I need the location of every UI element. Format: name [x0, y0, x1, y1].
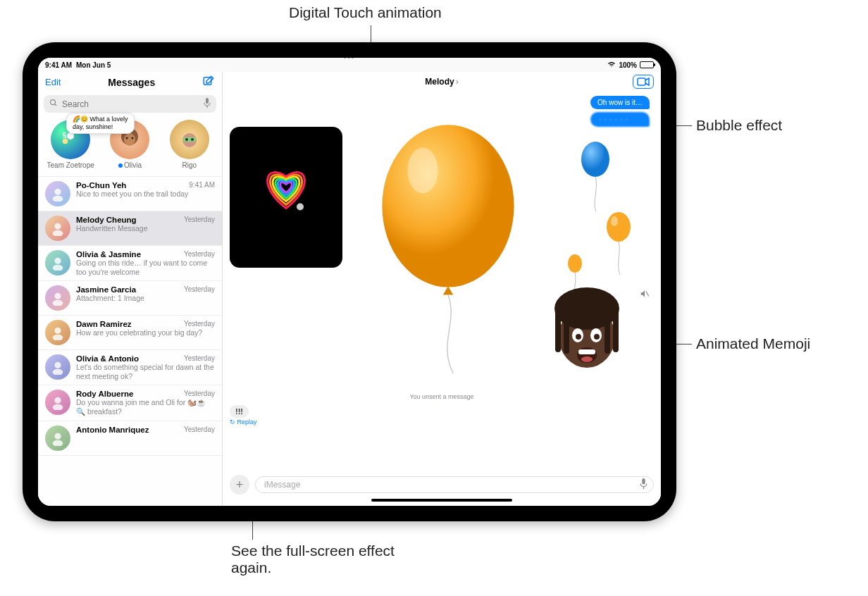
conversation-time: Yesterday: [184, 354, 215, 363]
conversation-item[interactable]: Dawn Ramirez Yesterday How are you celeb…: [38, 316, 222, 350]
avatar: [45, 181, 70, 206]
svg-rect-3: [206, 98, 209, 104]
search-field[interactable]: [44, 95, 216, 113]
conversation-name: Antonio Manriquez: [76, 426, 149, 434]
conversation-item[interactable]: Po-Chun Yeh 9:41 AM Nice to meet you on …: [38, 177, 222, 211]
callout-bubble-effect: Bubble effect: [696, 117, 782, 134]
home-indicator[interactable]: [371, 499, 512, 502]
svg-rect-45: [572, 299, 578, 320]
svg-point-49: [576, 334, 581, 340]
heart-animation: [240, 145, 332, 239]
search-input[interactable]: [62, 99, 199, 109]
conversation-preview: Going on this ride… if you want to come …: [76, 259, 215, 276]
svg-point-28: [53, 404, 63, 410]
conversation-item[interactable]: Jasmine Garcia Yesterday Attachment: 1 I…: [38, 281, 222, 316]
conversation-time: Yesterday: [184, 426, 215, 434]
conversation-time: Yesterday: [184, 285, 215, 294]
svg-point-19: [54, 258, 61, 264]
message-input[interactable]: iMessage: [255, 476, 654, 493]
svg-point-26: [53, 369, 63, 375]
sent-message-group: Oh wow is it… · · · · · ·: [590, 96, 650, 127]
svg-rect-31: [638, 78, 645, 85]
digital-touch-message[interactable]: [230, 127, 342, 268]
tapback-group: !!! ↻ Replay: [230, 405, 257, 426]
svg-point-16: [53, 196, 63, 201]
callout-animated-memoji: Animated Memoji: [696, 335, 810, 352]
sent-bubble[interactable]: Oh wow is it…: [590, 96, 650, 109]
conversation-header[interactable]: Melody ›: [223, 72, 661, 92]
avatar: [45, 390, 70, 415]
conversation-item[interactable]: Olivia & Antonio Yesterday Let's do some…: [38, 350, 222, 385]
svg-rect-12: [183, 137, 196, 142]
svg-point-53: [581, 356, 593, 362]
conversation-item[interactable]: Olivia & Jasmine Yesterday Going on this…: [38, 246, 222, 281]
conversation-name: Jasmine Garcia: [76, 285, 136, 294]
pinned-contact-rigo[interactable]: Rigo: [163, 120, 216, 169]
svg-point-36: [607, 212, 631, 242]
svg-point-10: [132, 137, 134, 139]
svg-rect-44: [613, 303, 619, 352]
unsent-label: You unsent a message: [409, 393, 473, 400]
svg-line-54: [646, 292, 649, 297]
battery-pct: 100%: [619, 61, 637, 69]
svg-point-17: [54, 223, 61, 230]
svg-point-50: [594, 334, 600, 340]
conversation-preview: Do you wanna join me and Oli for 🐿️☕🔍 br…: [76, 398, 215, 416]
avatar: [45, 426, 70, 451]
multitask-dots[interactable]: •••: [344, 58, 356, 61]
status-date: Mon Jun 5: [76, 61, 111, 69]
mute-icon[interactable]: [640, 289, 650, 301]
conversation-name: Rody Albuerne: [76, 390, 133, 398]
balloon-effect-large: [342, 120, 554, 373]
conversation-time: 9:41 AM: [189, 181, 215, 190]
dictate-icon[interactable]: [204, 98, 211, 110]
conversation-list[interactable]: Po-Chun Yeh 9:41 AM Nice to meet you on …: [38, 177, 222, 506]
status-time: 9:41 AM: [45, 61, 72, 69]
edit-button[interactable]: Edit: [45, 77, 61, 87]
svg-point-21: [54, 293, 61, 299]
svg-point-9: [126, 137, 128, 139]
svg-point-5: [63, 139, 68, 144]
conversation-time: Yesterday: [184, 320, 215, 328]
conversation-item[interactable]: Antonio Manriquez Yesterday: [38, 421, 222, 456]
screen: ••• 9:41 AM Mon Jun 5 100% Edit Messages: [38, 58, 661, 506]
sent-bubble-invisible-ink[interactable]: · · · · · ·: [590, 112, 650, 127]
ipad-frame: ••• 9:41 AM Mon Jun 5 100% Edit Messages: [23, 42, 676, 521]
pinned-preview-bubble: 🌈😊 What a lovely day, sunshine!: [66, 113, 135, 134]
svg-point-23: [54, 328, 61, 334]
svg-point-35: [581, 142, 609, 177]
svg-rect-42: [564, 302, 569, 354]
memoji-sticker[interactable]: [541, 282, 633, 373]
svg-point-27: [54, 397, 61, 404]
conversation-name: Olivia & Jasmine: [76, 250, 141, 259]
conversation-preview: Handwritten Message: [76, 224, 215, 233]
svg-point-24: [53, 335, 63, 340]
svg-point-30: [53, 440, 63, 445]
svg-point-1: [51, 100, 56, 105]
facetime-icon[interactable]: [633, 75, 654, 89]
apps-plus-button[interactable]: +: [230, 475, 249, 495]
conversation-preview: Nice to meet you on the trail today: [76, 190, 215, 199]
svg-point-15: [54, 189, 61, 195]
conversation-time: Yesterday: [184, 216, 215, 224]
conversation-time: Yesterday: [184, 250, 215, 259]
tapback-emphasis[interactable]: !!!: [230, 405, 249, 418]
avatar: [45, 285, 70, 311]
compose-icon[interactable]: [202, 75, 215, 89]
callout-digital-touch: Digital Touch animation: [289, 4, 442, 21]
conversation-pane: Melody › Oh wow is it… · · · · · ·: [223, 72, 661, 506]
dictate-icon[interactable]: [640, 478, 647, 491]
battery-icon: [640, 61, 654, 68]
svg-point-33: [382, 125, 514, 287]
svg-text:5: 5: [63, 132, 67, 139]
conversation-item[interactable]: Melody Cheung Yesterday Handwritten Mess…: [38, 211, 222, 246]
search-icon: [49, 99, 58, 109]
chevron-right-icon: ›: [456, 77, 459, 87]
svg-line-2: [55, 104, 57, 106]
balloon-blue: [579, 141, 612, 211]
svg-point-18: [53, 230, 63, 236]
conversation-name: Olivia & Antonio: [76, 354, 139, 363]
svg-point-13: [185, 138, 188, 141]
conversation-item[interactable]: Rody Albuerne Yesterday Do you wanna joi…: [38, 385, 222, 421]
replay-button[interactable]: ↻ Replay: [230, 418, 257, 426]
